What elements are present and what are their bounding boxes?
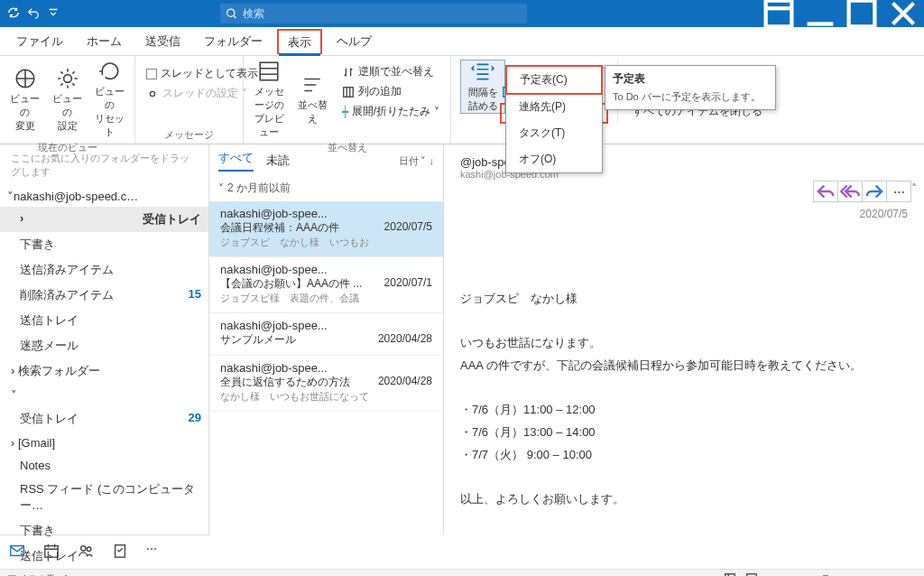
svg-rect-6 [260,62,278,80]
svg-rect-2 [849,1,875,27]
expand-collapse-button[interactable]: ┿展開/折りたたみ ˅ [340,103,441,120]
people-icon[interactable] [78,543,94,562]
tab-home[interactable]: ホーム [78,30,131,53]
message-item[interactable]: nakashi@job-spee... 【会議のお願い】AAAの件 ...202… [209,257,443,313]
undo-icon[interactable] [27,6,40,22]
tooltip-title: 予定表 [613,71,768,87]
reply-button[interactable] [813,181,838,202]
sync-icon[interactable] [7,6,20,22]
message-preview-button[interactable]: メッセージの プレビュー [253,60,285,139]
nav-deleted[interactable]: 削除済みアイテム15 [0,283,208,308]
ribbon-display-icon[interactable] [758,0,799,27]
nav-outbox2[interactable]: 送信トレイ [0,543,208,569]
mail-icon[interactable] [9,543,25,562]
zoom-in-icon[interactable]: ＋ [873,572,882,576]
nav-junk[interactable]: 迷惑メール [0,333,208,358]
calendar-icon[interactable] [43,543,60,562]
dropdown-calendar[interactable]: 予定表(C) [505,65,603,95]
message-item[interactable]: nakashi@job-spee... サンプルメール2020/04/28 [209,313,443,356]
nav-inbox2[interactable]: 受信トレイ29 [0,406,208,432]
dropdown-contacts[interactable]: 連絡先(P) [506,94,602,120]
tab-folder[interactable]: フォルダー [195,30,272,53]
nav-gmail[interactable]: › [Gmail] [0,432,208,454]
body-line2: AAA の件ですが、下記の会議候補日程から参加可能日時を教えてください。 [460,355,908,377]
message-from: nakashi@job-spee... [220,319,432,332]
reading-pane: @job-speed.com kashi@job-speed.com ⋯ 202… [444,144,924,534]
navigation-pane: ここにお気に入りのフォルダーをドラッグします ˅ nakashi@job-spe… [0,144,209,534]
ribbon: ビューの 変更 ビューの 設定 ビューの リセット 現在のビュー スレッドとして… [0,56,924,144]
svg-point-15 [81,546,86,551]
nav-drafts2[interactable]: 下書き [0,518,208,543]
message-date: 2020/07/1 [384,276,432,292]
svg-point-5 [150,91,154,96]
sort-by-date[interactable]: 日付 ˅ ↓ [399,154,434,168]
more-actions-button[interactable]: ⋯ [886,181,911,202]
message-preview: ジョブスピ なかし様 いつもお [220,236,432,249]
body-line1: いつもお世話になります。 [460,332,908,355]
message-list-pane: すべて 未読 日付 ˅ ↓ ˅ 2 か月前以前 nakashi@job-spee… [209,144,444,534]
body-slot3: ・7/7（火） 9:00 – 10:00 [460,444,908,467]
view-settings-button[interactable]: ビューの 設定 [51,60,83,139]
nav-notes[interactable]: Notes [0,454,208,477]
list-group-header[interactable]: ˅ 2 か月前以前 [209,175,443,201]
body-slot1: ・7/6（月）11:00 – 12:00 [460,399,908,422]
filter-all[interactable]: すべて [218,150,254,172]
account-header[interactable]: ˅ nakashi@job-speed.c… [0,186,208,207]
add-column-button[interactable]: 列の追加 [340,83,441,100]
status-item-count: アイテム数: 4 [7,572,68,576]
nav-rss[interactable]: RSS フィード (このコンピューター… [0,477,208,518]
svg-point-4 [63,74,71,82]
message-from: nakashi@job-spee... [220,207,432,220]
view-reading-icon[interactable] [745,572,758,577]
status-bar: アイテム数: 4 − ＋ 100% [0,569,924,576]
dropdown-off[interactable]: オフ(O) [506,146,602,172]
view-reset-button[interactable]: ビューの リセット [94,60,125,139]
filter-unread[interactable]: 未読 [266,153,290,169]
message-date: 2020/04/28 [378,332,432,348]
close-icon[interactable] [882,0,924,27]
tooltip-body: To Do バーに予定を表示します。 [613,90,768,104]
search-icon [226,7,237,20]
nav-sent[interactable]: 送信済みアイテム [0,257,208,283]
search-input[interactable] [243,7,522,20]
thread-settings-button: スレッドの設定 ˅ [144,85,260,102]
search-box[interactable] [220,4,527,23]
svg-rect-13 [11,546,23,556]
title-bar [0,0,924,27]
tab-file[interactable]: ファイル [7,30,72,53]
nav-inbox[interactable]: › 受信トレイ [0,207,208,232]
message-preview: ジョブスピ様 表題の件、会議 [220,292,432,305]
tasks-icon[interactable] [112,543,128,562]
dropdown-tasks[interactable]: タスク(T) [506,120,602,146]
message-item[interactable]: nakashi@job-spee... 会議日程候補：AAAの件2020/07/… [209,201,443,257]
group-sort: 並べ替え [253,139,441,154]
nav-more-icon[interactable]: ⋯ [146,543,157,562]
nav-outbox[interactable]: 送信トレイ [0,308,208,333]
tab-sendrecv[interactable]: 送受信 [136,30,189,53]
nav-account2-expand[interactable]: ˅ [0,384,208,406]
tab-view[interactable]: 表示 [277,29,322,54]
message-from: nakashi@job-spee... [220,263,432,276]
reply-all-button[interactable] [837,181,863,202]
reverse-sort-button[interactable]: 逆順で並べ替え [340,63,441,80]
view-normal-icon[interactable] [724,572,736,577]
message-subject: 会議日程候補：AAAの件 [220,220,339,236]
message-from: nakashi@job-spee... [220,361,432,375]
body-slot2: ・7/6（月）13:00 – 14:00 [460,422,908,444]
tooltip: 予定表 To Do バーに予定を表示します。 [605,65,776,110]
tab-help[interactable]: ヘルプ [328,30,381,53]
minimize-icon[interactable] [799,0,841,27]
nav-search-folders[interactable]: › 検索フォルダー [0,358,208,384]
forward-button[interactable] [862,181,887,202]
message-item[interactable]: nakashi@job-spee... 全員に返信するための方法2020/04/… [209,356,443,412]
nav-drafts[interactable]: 下書き [0,232,208,257]
qat-dropdown-icon[interactable] [47,6,60,22]
svg-rect-7 [343,87,353,97]
body-closing: 以上、よろしくお願いします。 [460,488,908,511]
maximize-icon[interactable] [841,0,882,27]
show-as-thread-checkbox[interactable]: スレッドとして表示 [144,65,260,82]
sort-button[interactable]: 並べ替え [296,60,328,139]
view-change-button[interactable]: ビューの 変更 [9,60,41,139]
message-date: 2020/07/5 [384,220,432,236]
group-currentview: 現在のビュー [9,139,125,154]
